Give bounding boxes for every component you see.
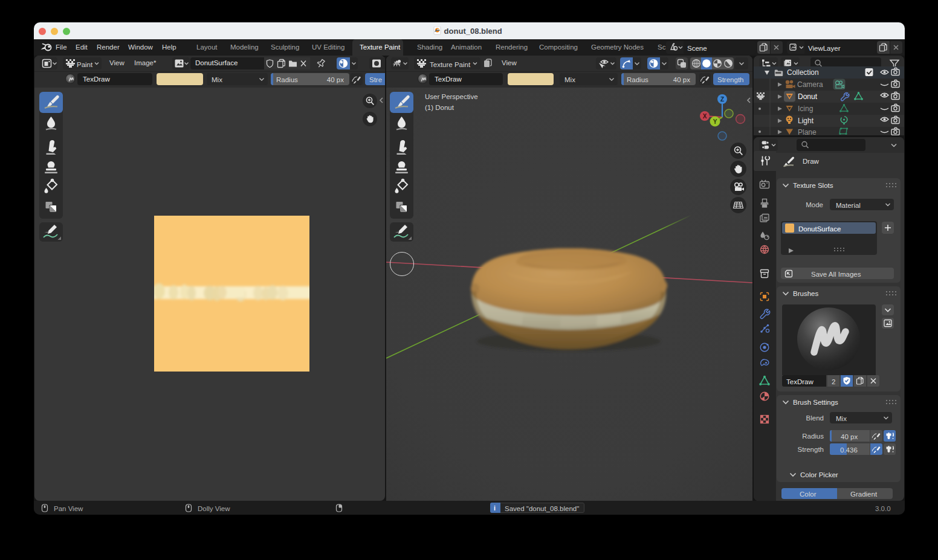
svg-text:Y: Y	[713, 118, 717, 125]
svg-text:Light: Light	[798, 117, 814, 125]
svg-text:X: X	[703, 113, 707, 120]
svg-text:Plane: Plane	[798, 128, 817, 136]
svg-text:Camera: Camera	[797, 80, 823, 89]
svg-text:Icing: Icing	[798, 105, 813, 113]
svg-text:Donut: Donut	[798, 92, 818, 101]
svg-text:Z: Z	[720, 96, 724, 103]
svg-text:Collection: Collection	[787, 68, 819, 77]
